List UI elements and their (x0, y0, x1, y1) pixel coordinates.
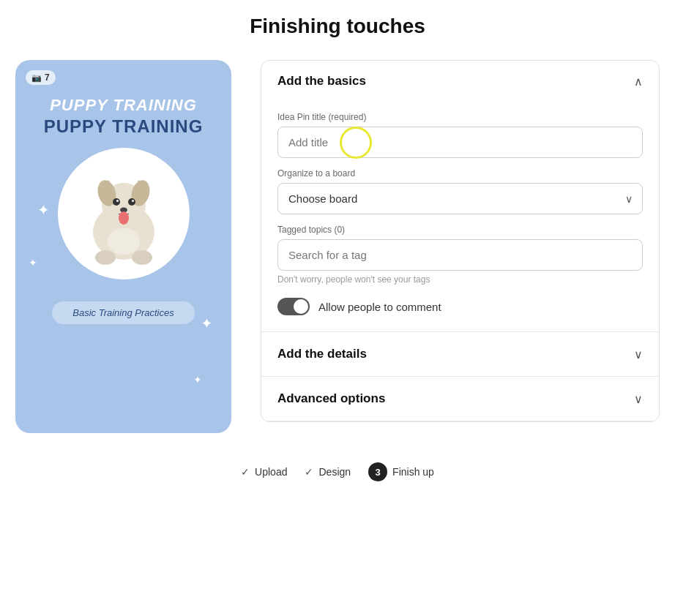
step-1-check-icon: ✓ (241, 466, 250, 478)
title-input-wrapper (277, 127, 643, 158)
section-basics-body: Idea Pin title (required) Organize to a … (261, 112, 659, 331)
section-details: Add the details ∨ (261, 332, 659, 377)
svg-point-5 (116, 200, 119, 202)
step-1: ✓ Upload (241, 466, 287, 478)
title-field-label: Idea Pin title (required) (277, 112, 643, 122)
step-2-label: Design (318, 466, 351, 478)
sparkle-1: ✦ (37, 203, 50, 217)
pin-count-badge: 📷 7 (26, 70, 56, 85)
section-advanced: Advanced options ∨ (261, 377, 659, 421)
step-3-label: Finish up (392, 466, 434, 478)
camera-icon: 📷 (31, 73, 42, 83)
step-3: 3 Finish up (368, 462, 434, 481)
comment-toggle-label: Allow people to comment (318, 301, 441, 313)
svg-point-9 (119, 211, 129, 225)
sparkle-3: ✦ (201, 316, 213, 331)
pin-count: 7 (45, 72, 50, 83)
section-basics: Add the basics ∧ Idea Pin title (require… (261, 61, 659, 332)
dog-image-circle (58, 148, 190, 279)
pin-title-top: PUPPY TRAINING (50, 97, 197, 114)
title-input[interactable] (277, 127, 643, 158)
form-panel: Add the basics ∧ Idea Pin title (require… (261, 60, 660, 422)
svg-point-12 (108, 228, 140, 255)
step-3-circle: 3 (368, 462, 387, 481)
board-field-label: Organize to a board (277, 168, 643, 179)
step-2-check-icon: ✓ (305, 466, 313, 478)
svg-point-11 (132, 250, 152, 265)
svg-point-10 (95, 250, 116, 265)
pin-subtitle: Basic Training Practices (52, 301, 194, 324)
sparkle-4: ✦ (193, 375, 202, 385)
board-select-wrapper: Choose board ∨ (277, 183, 643, 214)
toggle-knob (294, 299, 308, 314)
stepper: ✓ Upload ✓ Design 3 Finish up (241, 462, 434, 481)
section-details-title: Add the details (277, 347, 367, 361)
section-details-header[interactable]: Add the details ∨ (261, 332, 659, 376)
pin-preview-card: 📷 7 PUPPY TRAINING PUPPY TRAINING (15, 60, 231, 433)
page-title: Finishing touches (250, 15, 425, 38)
tags-field-label: Tagged topics (0) (277, 225, 643, 235)
step-2: ✓ Design (305, 466, 351, 478)
sparkle-2: ✦ (29, 258, 37, 268)
pin-title-main: PUPPY TRAINING (44, 117, 204, 136)
svg-point-4 (113, 198, 120, 206)
main-content: 📷 7 PUPPY TRAINING PUPPY TRAINING (15, 60, 660, 433)
svg-point-7 (132, 200, 134, 202)
details-chevron-icon: ∨ (634, 348, 643, 361)
step-1-label: Upload (255, 466, 287, 478)
section-advanced-title: Advanced options (277, 391, 385, 406)
tag-hint: Don't worry, people won't see your tags (277, 274, 643, 285)
tag-search-input[interactable] (277, 239, 643, 271)
section-basics-title: Add the basics (277, 74, 366, 89)
section-basics-header[interactable]: Add the basics ∧ (261, 61, 659, 102)
board-select[interactable]: Choose board (277, 183, 643, 214)
comment-toggle[interactable] (277, 298, 310, 315)
comment-toggle-row: Allow people to comment (277, 298, 643, 315)
section-advanced-header[interactable]: Advanced options ∨ (261, 377, 659, 421)
svg-point-6 (128, 198, 135, 206)
chevron-up-icon: ∧ (634, 75, 643, 89)
advanced-chevron-icon: ∨ (634, 392, 643, 406)
